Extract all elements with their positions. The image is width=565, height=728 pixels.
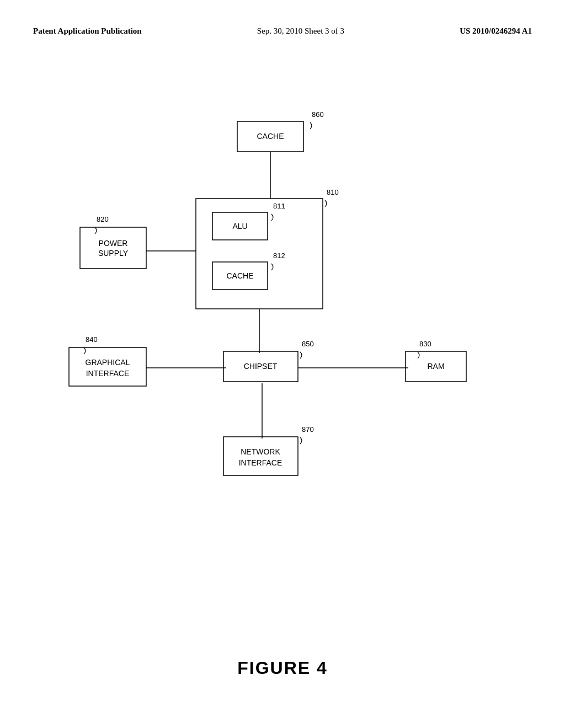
ref-850: 850 [302,340,314,348]
network-interface-label-line1: NETWORK [241,447,280,456]
ref-830: 830 [419,340,431,348]
ref-870: 870 [302,425,314,433]
header-date-label: Sep. 30, 2010 Sheet 3 of 3 [257,26,344,36]
svg-rect-6 [196,199,323,309]
svg-rect-10 [80,227,146,269]
graphical-interface-label-line2: INTERFACE [86,369,130,378]
chipset-label: CHIPSET [244,362,278,371]
svg-rect-13 [69,347,146,386]
page-header: Patent Application Publication Sep. 30, … [0,0,565,36]
header-patent-label: US 2010/0246294 A1 [460,26,532,36]
header-publication-label: Patent Application Publication [33,26,142,36]
ref-820: 820 [97,215,109,223]
svg-rect-14 [223,437,298,475]
cache812-label: CACHE [226,271,253,280]
diagram-area: ALU CACHE CACHE POWER SUPPLY CHIPSET RAM… [0,77,565,629]
graphical-interface-label-line1: GRAPHICAL [86,358,130,367]
circuit-diagram: ALU CACHE CACHE POWER SUPPLY CHIPSET RAM… [0,77,565,629]
power-supply-label-line1: POWER [99,239,128,248]
network-interface-label-line2: INTERFACE [239,458,282,467]
ref-860: 860 [312,110,324,119]
ref-810: 810 [327,188,339,196]
ram-label: RAM [427,362,444,371]
alu-label: ALU [232,222,247,231]
ref-812: 812 [273,251,285,260]
ref-811: 811 [273,202,285,210]
power-supply-label-line2: SUPPLY [98,249,129,258]
ref-840: 840 [86,335,98,344]
cache860-label: CACHE [257,132,284,141]
figure-label: FIGURE 4 [0,658,565,678]
